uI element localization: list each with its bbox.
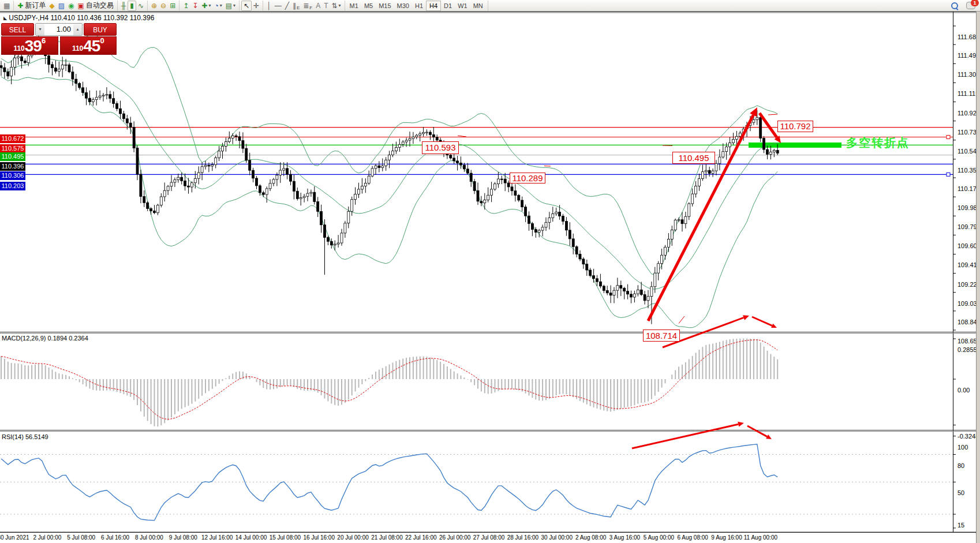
date-label: 5 Aug 00:00 bbox=[644, 534, 674, 541]
macd-tick-0.00: 0.00 bbox=[957, 387, 970, 394]
price-annotation-108.714[interactable]: 108.714 bbox=[643, 329, 680, 342]
zoom-out-icon[interactable]: ⊖ bbox=[159, 1, 168, 10]
search-icon[interactable] bbox=[951, 2, 958, 9]
rsi-tick-50: 50 bbox=[957, 489, 964, 496]
mt4-window: ▦✚新订单◆▨◉▣自动交易╫▮∿⊕⊖⊞↥↧✚▾◔▾▤▾↖✛│―╱∥E≣FAT⇅▾… bbox=[0, 0, 980, 543]
hline-handle[interactable] bbox=[947, 173, 950, 176]
buy-price-prefix: 110 bbox=[72, 43, 83, 54]
support-band[interactable] bbox=[749, 143, 841, 148]
trendline-icon-glyph: ╱ bbox=[285, 1, 289, 10]
chart-canvas[interactable] bbox=[0, 12, 980, 543]
vertical-line-icon[interactable]: │ bbox=[265, 1, 273, 10]
new-order-button[interactable]: ✚新订单 bbox=[16, 1, 47, 10]
tester-down-icon[interactable]: ↧ bbox=[190, 1, 200, 10]
trend-note-text[interactable]: 多空转折点 bbox=[846, 135, 910, 151]
price-annotation-110.289[interactable]: 110.289 bbox=[510, 173, 545, 184]
price-annotation-110.792[interactable]: 110.792 bbox=[777, 121, 813, 132]
arrows-glyph: ⇅ bbox=[332, 1, 338, 10]
timeframe-mn[interactable]: MN bbox=[470, 1, 486, 10]
tester-up-icon-glyph: ↥ bbox=[183, 1, 189, 10]
periods-button[interactable]: ◔▾ bbox=[212, 1, 223, 10]
macd-tick-0.2855: 0.2855 bbox=[957, 346, 977, 353]
signals-icon[interactable]: ◉ bbox=[66, 1, 76, 10]
new-order-glyph: ✚ bbox=[17, 1, 23, 10]
buy-price-sup: 0 bbox=[100, 37, 104, 45]
add-indicator-glyph: ✚ bbox=[201, 1, 207, 10]
zoom-out-icon-glyph: ⊖ bbox=[160, 1, 166, 10]
price-annotation-110.593[interactable]: 110.593 bbox=[422, 141, 459, 154]
candles bbox=[0, 35, 779, 324]
timeframe-h1[interactable]: H1 bbox=[412, 1, 426, 10]
styles-icon[interactable]: ◆ bbox=[47, 1, 56, 10]
text-icon-glyph: A bbox=[316, 1, 320, 10]
time-scale[interactable]: 30 Jun 20212 Jul 00:005 Jul 08:006 Jul 1… bbox=[0, 533, 975, 543]
annotation-connector bbox=[768, 114, 777, 115]
macd-down-arrow[interactable] bbox=[752, 317, 772, 325]
price-down-arrow[interactable] bbox=[760, 113, 777, 137]
autotrade-button[interactable]: ▣自动交易 bbox=[76, 1, 115, 10]
date-label: 6 Jul 16:00 bbox=[101, 534, 129, 541]
zoom-in-icon-glyph: ⊕ bbox=[151, 1, 157, 10]
date-label: 15 Jul 08:00 bbox=[270, 534, 301, 541]
volume-decrease-button[interactable]: ▾ bbox=[36, 24, 44, 35]
candle-chart-icon[interactable]: ▮ bbox=[128, 1, 136, 11]
cursor-icon[interactable]: ↖ bbox=[241, 1, 252, 11]
toolbar: ▦✚新订单◆▨◉▣自动交易╫▮∿⊕⊖⊞↥↧✚▾◔▾▤▾↖✛│―╱∥E≣FAT⇅▾… bbox=[0, 0, 980, 12]
trendline-icon[interactable]: ╱ bbox=[283, 1, 291, 10]
timeframe-m5[interactable]: M5 bbox=[361, 1, 376, 10]
sell-button[interactable]: SELL bbox=[1, 23, 34, 36]
hline-handle[interactable] bbox=[947, 136, 950, 139]
profiles-icon[interactable]: ▨ bbox=[57, 1, 66, 10]
channel-icon-glyph: ∥ bbox=[293, 1, 296, 10]
signals-icon-glyph: ◉ bbox=[68, 1, 74, 10]
buy-button[interactable]: BUY bbox=[84, 23, 117, 36]
add-indicator-button[interactable]: ✚▾ bbox=[200, 1, 212, 10]
date-label: 16 Jul 16:00 bbox=[303, 534, 335, 541]
chart-window-icon-glyph: ▦ bbox=[3, 1, 10, 10]
symbol-triangle-icon: ◣ bbox=[3, 16, 7, 21]
timeframe-d1[interactable]: D1 bbox=[441, 1, 455, 10]
date-label: 28 Jul 16:00 bbox=[507, 534, 539, 541]
volume-value[interactable]: 1.00 bbox=[44, 24, 73, 35]
line-chart-icon-glyph: ∿ bbox=[138, 1, 144, 10]
tester-up-icon[interactable]: ↥ bbox=[181, 1, 190, 10]
annotation-connector bbox=[458, 136, 466, 137]
bar-chart-icon[interactable]: ╫ bbox=[119, 1, 128, 10]
volume-stepper[interactable]: ▾ 1.00 ▴ bbox=[35, 23, 83, 36]
buy-price[interactable]: 110450 bbox=[60, 36, 117, 55]
timeframe-h4[interactable]: H4 bbox=[426, 1, 441, 11]
date-label: 9 Aug 16:00 bbox=[711, 534, 742, 541]
chart-window-icon[interactable]: ▦ bbox=[2, 1, 12, 10]
price-up-arrow[interactable] bbox=[648, 115, 753, 321]
date-label: 9 Jul 08:00 bbox=[169, 534, 197, 541]
chart-area[interactable]: ◣USDJPY-,H4 110.410 110.436 110.392 110.… bbox=[0, 12, 980, 543]
label-icon[interactable]: T bbox=[322, 1, 330, 10]
timeframe-m1[interactable]: M1 bbox=[347, 1, 361, 10]
text-icon[interactable]: A bbox=[314, 1, 322, 10]
horizontal-line-icon[interactable]: ― bbox=[273, 1, 283, 10]
fibonacci-icon[interactable]: ≣F bbox=[301, 1, 314, 10]
sell-price[interactable]: 110396 bbox=[1, 36, 58, 55]
icon-subscript: E bbox=[297, 5, 300, 10]
price-annotation-110.495[interactable]: 110.495 bbox=[672, 152, 715, 164]
toolbar-group: ⊕⊖⊞ bbox=[148, 1, 179, 11]
toolbar-group: ╫▮∿ bbox=[118, 1, 148, 11]
annotation-connector bbox=[663, 145, 672, 146]
timeframe-m30[interactable]: M30 bbox=[394, 1, 412, 10]
timeframe-w1[interactable]: W1 bbox=[455, 1, 470, 10]
date-label: 20 Jul 00:00 bbox=[337, 534, 369, 541]
templates-button[interactable]: ▤▾ bbox=[224, 1, 237, 10]
buy-price-big: 45 bbox=[83, 39, 100, 54]
timeframe-m15[interactable]: M15 bbox=[376, 1, 394, 10]
volume-increase-button[interactable]: ▴ bbox=[73, 24, 82, 35]
notifications-icon[interactable]: 1 bbox=[966, 2, 975, 9]
crosshair-icon[interactable]: ✛ bbox=[252, 1, 261, 10]
line-chart-icon[interactable]: ∿ bbox=[136, 1, 145, 10]
zoom-in-icon[interactable]: ⊕ bbox=[149, 1, 159, 10]
arrows-button[interactable]: ⇅▾ bbox=[330, 1, 343, 10]
tile-windows-icon[interactable]: ⊞ bbox=[168, 1, 177, 10]
horizontal-line-icon-glyph: ― bbox=[275, 1, 282, 10]
channel-icon[interactable]: ∥E bbox=[291, 1, 301, 10]
autotrade-button-label: 自动交易 bbox=[86, 1, 114, 10]
rsi-up-arrow[interactable] bbox=[632, 424, 738, 448]
